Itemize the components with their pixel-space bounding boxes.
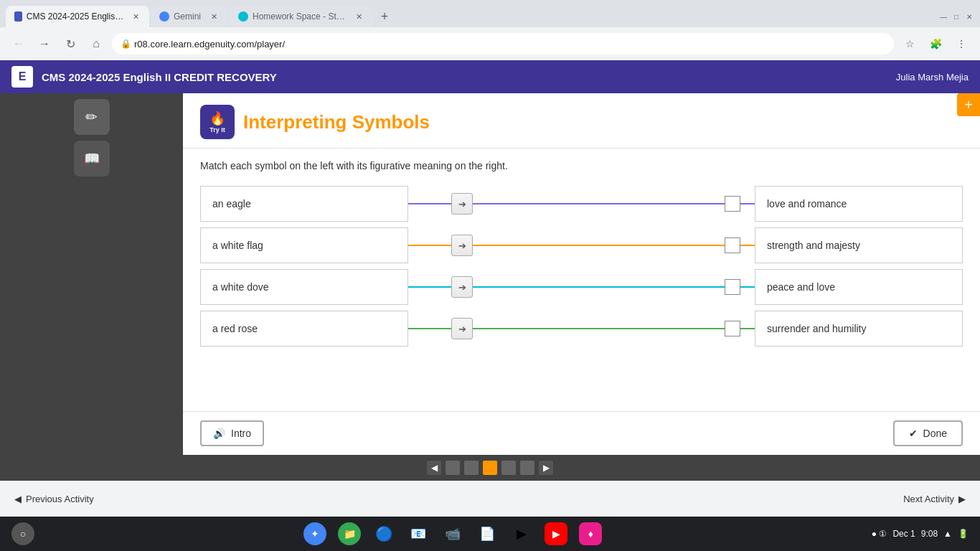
line-left-2	[408, 245, 451, 246]
tab-cms-close[interactable]: ✕	[132, 11, 141, 22]
symbol-text-3: a white dove	[212, 281, 269, 293]
meaning-item-1[interactable]: love and romance	[755, 186, 963, 222]
sidebar-book[interactable]: 📖	[74, 141, 110, 176]
symbol-item-2[interactable]: a white flag	[200, 227, 408, 263]
taskbar-right: ● ① Dec 1 9:08 ▲ 🔋	[872, 529, 969, 539]
intro-button-label: Intro	[231, 428, 251, 439]
symbol-item-4[interactable]: a red rose	[200, 311, 408, 347]
address-bar: ← → ↻ ⌂ 🔒 r08.core.learn.edgenuity.com/p…	[0, 27, 980, 60]
connector-4: ➔	[408, 318, 755, 339]
home-button[interactable]: ⌂	[86, 34, 106, 54]
nav-next-button[interactable]: ▶	[539, 461, 553, 475]
minimize-button[interactable]: —	[938, 11, 948, 22]
sidebar-panel: ✏ 📖	[0, 93, 183, 455]
intro-button[interactable]: 🔊 Intro	[200, 420, 264, 446]
menu-icon[interactable]: ⋮	[951, 34, 971, 54]
taskbar-playstore-icon[interactable]: ▶	[510, 522, 533, 545]
prev-activity-label: Previous Activity	[26, 494, 94, 504]
meaning-item-4[interactable]: surrender and humility	[755, 311, 963, 347]
taskbar-chrome-icon[interactable]: 🔵	[372, 522, 395, 545]
meaning-text-1: love and romance	[767, 198, 847, 209]
meaning-text-3: peace and love	[767, 281, 835, 293]
panel-body: Match each symbol on the left with its f…	[183, 149, 980, 411]
meaning-text-4: surrender and humility	[767, 323, 867, 334]
address-input[interactable]: 🔒 r08.core.learn.edgenuity.com/player/	[112, 33, 894, 55]
tab-gemini[interactable]: Gemini ✕	[151, 6, 228, 27]
symbol-text-1: an eagle	[212, 198, 251, 209]
taskbar-center: ✦ 📁 🔵 📧 📹 📄 ▶ ▶ ♦	[46, 522, 860, 545]
line-right-4	[473, 328, 725, 329]
tab-gemini-close[interactable]: ✕	[208, 11, 220, 22]
taskbar-files-icon[interactable]: 📁	[338, 522, 361, 545]
connector-2: ➔	[408, 235, 755, 256]
next-activity-label: Next Activity	[903, 494, 954, 504]
nav-dot-1[interactable]	[446, 461, 460, 475]
taskbar-indicators: ● ①	[872, 529, 887, 539]
symbol-text-4: a red rose	[212, 323, 258, 334]
next-chevron-icon: ▶	[958, 494, 966, 504]
sidebar-pencil[interactable]: ✏	[74, 99, 110, 135]
checkbox-2[interactable]	[725, 237, 740, 253]
studyx-favicon	[238, 11, 248, 22]
nav-dot-3[interactable]	[483, 461, 497, 475]
app-title: CMS 2024-2025 English II CREDIT RECOVERY	[42, 71, 896, 83]
app-user: Julia Marsh Mejia	[896, 72, 969, 83]
back-button[interactable]: ←	[9, 34, 29, 54]
arrow-button-4[interactable]: ➔	[451, 318, 473, 339]
next-activity-button[interactable]: Next Activity ▶	[897, 491, 971, 507]
done-button[interactable]: ✔ Done	[893, 420, 963, 446]
tab-studyx[interactable]: Homework Space - StudyX ✕	[230, 6, 373, 27]
line-end-4	[740, 328, 755, 329]
matching-row-3: a white dove ➔ peace and love	[200, 269, 963, 305]
bottom-activity-bar: ◀ Previous Activity Next Activity ▶	[0, 481, 980, 517]
line-left-1	[408, 203, 451, 204]
taskbar-docs-icon[interactable]: 📄	[476, 522, 499, 545]
bookmark-icon[interactable]: ☆	[900, 34, 920, 54]
symbol-item-1[interactable]: an eagle	[200, 186, 408, 222]
tab-studyx-label: Homework Space - StudyX	[253, 11, 346, 22]
checkbox-4[interactable]	[725, 321, 740, 336]
tab-cms[interactable]: CMS 2024-2025 English II CRE... ✕	[6, 6, 149, 27]
done-button-label: Done	[923, 428, 947, 439]
prev-activity-button[interactable]: ◀ Previous Activity	[9, 491, 100, 507]
taskbar-circle-icon[interactable]: ○	[11, 522, 34, 545]
taskbar-youtube-icon[interactable]: ▶	[545, 522, 567, 545]
taskbar-gemini-icon[interactable]: ✦	[303, 522, 326, 545]
line-right-3	[473, 286, 725, 288]
main-panel: 🔥 Try It Interpreting Symbols Match each…	[183, 93, 980, 455]
wifi-icon: ▲	[943, 529, 952, 539]
arrow-button-1[interactable]: ➔	[451, 193, 473, 215]
meaning-item-3[interactable]: peace and love	[755, 269, 963, 305]
nav-prev-button[interactable]: ◀	[427, 461, 441, 475]
arrow-button-3[interactable]: ➔	[451, 276, 473, 298]
tab-bar: CMS 2024-2025 English II CRE... ✕ Gemini…	[0, 0, 980, 27]
meaning-item-2[interactable]: strength and majesty	[755, 227, 963, 263]
taskbar-meet-icon[interactable]: 📹	[441, 522, 464, 545]
nav-dot-5[interactable]	[520, 461, 534, 475]
address-text: r08.core.learn.edgenuity.com/player/	[134, 39, 285, 50]
app-header: E CMS 2024-2025 English II CREDIT RECOVE…	[0, 60, 980, 93]
reload-button[interactable]: ↻	[60, 34, 80, 54]
close-window-button[interactable]: ✕	[964, 11, 974, 22]
symbol-item-3[interactable]: a white dove	[200, 269, 408, 305]
arrow-button-2[interactable]: ➔	[451, 235, 473, 256]
forward-button[interactable]: →	[34, 34, 55, 54]
instructions-text: Match each symbol on the left with its f…	[200, 160, 963, 171]
tab-studyx-close[interactable]: ✕	[353, 11, 364, 22]
line-left-3	[408, 286, 451, 288]
meaning-text-2: strength and majesty	[767, 240, 860, 251]
taskbar-app-icon[interactable]: ♦	[579, 522, 602, 545]
checkbox-1[interactable]	[725, 196, 740, 212]
connector-3: ➔	[408, 276, 755, 298]
extensions-icon[interactable]: 🧩	[925, 34, 946, 54]
checkbox-3[interactable]	[725, 279, 740, 295]
taskbar-gmail-icon[interactable]: 📧	[407, 522, 430, 545]
line-end-1	[740, 203, 755, 204]
panel-footer: 🔊 Intro ✔ Done	[183, 411, 980, 455]
nav-dot-4[interactable]	[501, 461, 516, 475]
new-tab-button[interactable]: +	[374, 6, 395, 27]
maximize-button[interactable]: □	[951, 11, 961, 22]
taskbar: ○ ✦ 📁 🔵 📧 📹 📄 ▶ ▶ ♦ ● ① Dec 1 9:08 ▲ 🔋	[0, 517, 980, 551]
plus-button[interactable]: +	[957, 93, 980, 116]
nav-dot-2[interactable]	[464, 461, 479, 475]
